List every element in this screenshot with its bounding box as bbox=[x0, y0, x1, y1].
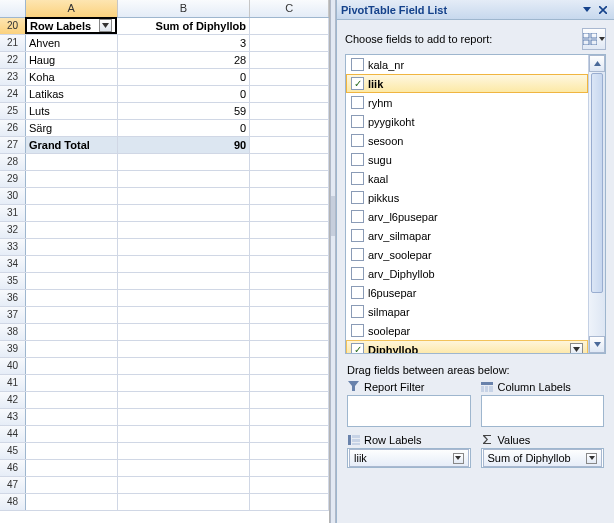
cell[interactable]: Grand Total bbox=[26, 137, 118, 153]
cell[interactable] bbox=[250, 239, 329, 255]
cell[interactable] bbox=[26, 273, 118, 289]
cell[interactable] bbox=[26, 171, 118, 187]
row-labels-drop[interactable]: liik bbox=[347, 448, 471, 468]
field-item-silmapar[interactable]: silmapar bbox=[346, 302, 588, 321]
chevron-down-icon[interactable] bbox=[586, 453, 597, 464]
cell[interactable]: Latikas bbox=[26, 86, 118, 102]
cell[interactable] bbox=[118, 188, 251, 204]
cell[interactable]: Row Labels bbox=[25, 17, 117, 34]
cell[interactable]: 0 bbox=[118, 86, 251, 102]
cell[interactable] bbox=[250, 358, 329, 374]
field-item-pikkus[interactable]: pikkus bbox=[346, 188, 588, 207]
cell[interactable]: 0 bbox=[118, 120, 251, 136]
cell[interactable] bbox=[118, 171, 251, 187]
field-item-arv_Diphyllob[interactable]: arv_Diphyllob bbox=[346, 264, 588, 283]
cell[interactable] bbox=[118, 239, 251, 255]
cell[interactable]: Särg bbox=[26, 120, 118, 136]
cell[interactable] bbox=[250, 205, 329, 221]
row-header[interactable]: 29 bbox=[0, 171, 26, 187]
cell[interactable] bbox=[250, 222, 329, 238]
cell[interactable] bbox=[250, 137, 329, 153]
row-header[interactable]: 30 bbox=[0, 188, 26, 204]
cell[interactable] bbox=[118, 358, 251, 374]
cell[interactable] bbox=[118, 494, 251, 510]
field-item-arv_soolepar[interactable]: arv_soolepar bbox=[346, 245, 588, 264]
cell[interactable]: Luts bbox=[26, 103, 118, 119]
cell[interactable] bbox=[26, 239, 118, 255]
checkbox[interactable] bbox=[351, 210, 364, 223]
cell[interactable] bbox=[250, 120, 329, 136]
row-header[interactable]: 48 bbox=[0, 494, 26, 510]
cell[interactable] bbox=[250, 18, 329, 34]
row-header[interactable]: 42 bbox=[0, 392, 26, 408]
dropdown-icon[interactable] bbox=[580, 3, 594, 17]
cell[interactable] bbox=[26, 358, 118, 374]
values-drop[interactable]: Sum of Diphyllob bbox=[481, 448, 605, 468]
column-labels-drop[interactable] bbox=[481, 395, 605, 427]
checkbox[interactable] bbox=[351, 248, 364, 261]
row-header[interactable]: 36 bbox=[0, 290, 26, 306]
cell[interactable]: 3 bbox=[118, 35, 251, 51]
cell[interactable] bbox=[250, 154, 329, 170]
cell[interactable] bbox=[250, 188, 329, 204]
splitter[interactable] bbox=[330, 0, 336, 523]
scroll-thumb[interactable] bbox=[591, 73, 603, 293]
cell[interactable] bbox=[118, 341, 251, 357]
cell[interactable] bbox=[118, 273, 251, 289]
cell[interactable] bbox=[250, 409, 329, 425]
row-header[interactable]: 39 bbox=[0, 341, 26, 357]
checkbox[interactable] bbox=[351, 267, 364, 280]
cell[interactable]: 59 bbox=[118, 103, 251, 119]
field-item-liik[interactable]: liik bbox=[346, 74, 588, 93]
checkbox[interactable] bbox=[351, 324, 364, 337]
checkbox[interactable] bbox=[351, 96, 364, 109]
cell[interactable] bbox=[250, 171, 329, 187]
cell[interactable] bbox=[26, 290, 118, 306]
cell[interactable] bbox=[26, 256, 118, 272]
checkbox[interactable] bbox=[351, 305, 364, 318]
field-item-l6pusepar[interactable]: l6pusepar bbox=[346, 283, 588, 302]
row-header[interactable]: 27 bbox=[0, 137, 26, 153]
field-item-sugu[interactable]: sugu bbox=[346, 150, 588, 169]
checkbox[interactable] bbox=[351, 134, 364, 147]
row-header[interactable]: 43 bbox=[0, 409, 26, 425]
row-header[interactable]: 23 bbox=[0, 69, 26, 85]
row-header[interactable]: 21 bbox=[0, 35, 26, 51]
cell[interactable] bbox=[26, 324, 118, 340]
row-header[interactable]: 35 bbox=[0, 273, 26, 289]
field-item-arv_l6pusepar[interactable]: arv_l6pusepar bbox=[346, 207, 588, 226]
cell[interactable] bbox=[250, 103, 329, 119]
row-header[interactable]: 47 bbox=[0, 477, 26, 493]
checkbox[interactable] bbox=[351, 153, 364, 166]
row-header[interactable]: 40 bbox=[0, 358, 26, 374]
row-labels-dropdown[interactable] bbox=[99, 19, 112, 32]
cell[interactable] bbox=[118, 443, 251, 459]
checkbox[interactable] bbox=[351, 115, 364, 128]
field-list-scrollbar[interactable] bbox=[588, 55, 605, 353]
cell[interactable] bbox=[250, 35, 329, 51]
col-header-c[interactable]: C bbox=[250, 0, 329, 17]
cell[interactable] bbox=[250, 256, 329, 272]
checkbox[interactable] bbox=[351, 58, 364, 71]
field-item-kaal[interactable]: kaal bbox=[346, 169, 588, 188]
values-pill[interactable]: Sum of Diphyllob bbox=[483, 449, 603, 467]
cell[interactable] bbox=[250, 86, 329, 102]
cell[interactable] bbox=[250, 69, 329, 85]
checkbox[interactable] bbox=[351, 343, 364, 353]
row-header[interactable]: 38 bbox=[0, 324, 26, 340]
cell[interactable] bbox=[250, 392, 329, 408]
field-item-Diphyllob[interactable]: Diphyllob bbox=[346, 340, 588, 353]
cell[interactable] bbox=[26, 375, 118, 391]
checkbox[interactable] bbox=[351, 286, 364, 299]
checkbox[interactable] bbox=[351, 191, 364, 204]
row-header[interactable]: 26 bbox=[0, 120, 26, 136]
row-header[interactable]: 33 bbox=[0, 239, 26, 255]
field-item-ryhm[interactable]: ryhm bbox=[346, 93, 588, 112]
cell[interactable] bbox=[250, 494, 329, 510]
cell[interactable]: 28 bbox=[118, 52, 251, 68]
checkbox[interactable] bbox=[351, 77, 364, 90]
cell[interactable] bbox=[26, 154, 118, 170]
row-header[interactable]: 45 bbox=[0, 443, 26, 459]
cell[interactable] bbox=[250, 307, 329, 323]
row-header[interactable]: 28 bbox=[0, 154, 26, 170]
